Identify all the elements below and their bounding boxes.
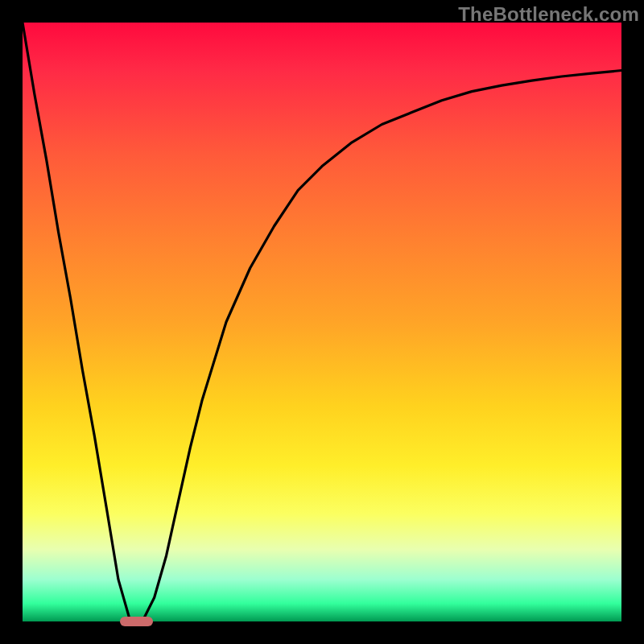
minimum-marker — [120, 617, 154, 626]
chart-frame: TheBottleneck.com — [0, 0, 644, 644]
bottleneck-curve — [23, 23, 621, 621]
watermark-text: TheBottleneck.com — [458, 3, 639, 26]
plot-area — [23, 23, 621, 621]
